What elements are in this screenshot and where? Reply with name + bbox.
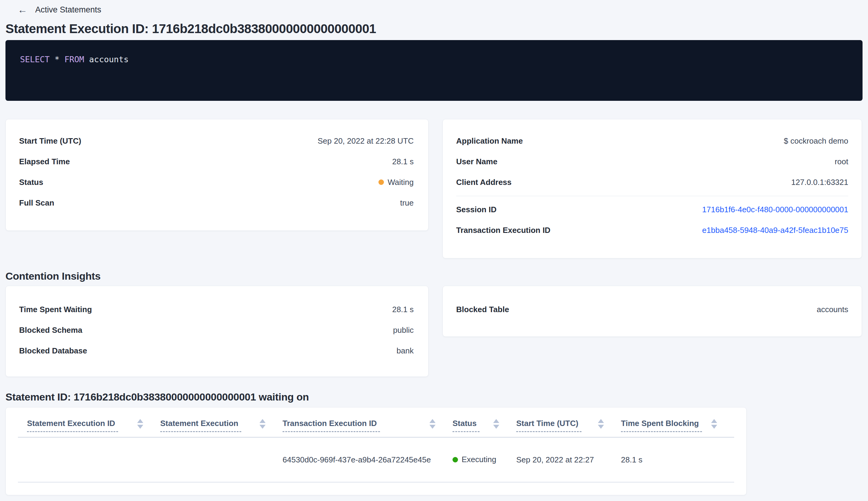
blocked-database-label: Blocked Database (19, 346, 87, 355)
cell-transaction-execution-id: 64530d0c-969f-437e-a9b4-26a72245e45e (283, 455, 453, 465)
sql-identifier: accounts (84, 55, 128, 64)
column-header-time-spent-blocking[interactable]: Time Spent Blocking (621, 418, 734, 432)
elapsed-time-value: 28.1 s (392, 157, 414, 167)
column-header-transaction-execution-id[interactable]: Transaction Execution ID (283, 418, 453, 432)
application-name-row: Application Name $ cockroach demo (456, 130, 848, 151)
contention-insights-heading: Contention Insights (6, 270, 862, 282)
user-name-value: root (835, 157, 848, 167)
contention-cards-row: Time Spent Waiting 28.1 s Blocked Schema… (6, 286, 862, 377)
column-header-statement-execution-id[interactable]: Statement Execution ID (27, 418, 160, 432)
transaction-execution-id-label: Transaction Execution ID (456, 226, 551, 235)
column-header-label: Start Time (UTC) (516, 418, 582, 432)
session-id-link[interactable]: 1716b1f6-4e0c-f480-0000-000000000001 (702, 205, 848, 214)
sort-down-icon (598, 425, 604, 429)
client-address-row: Client Address 127.0.0.1:63321 (456, 172, 848, 192)
waiting-on-heading: Statement ID: 1716b218dc0b38380000000000… (6, 391, 862, 403)
sql-star: * (50, 55, 65, 64)
time-spent-waiting-label: Time Spent Waiting (19, 305, 92, 314)
back-arrow-icon: ← (18, 4, 27, 15)
blocked-table-card: Blocked Table accounts (443, 286, 862, 337)
column-header-label: Transaction Execution ID (283, 418, 380, 432)
executing-status-text: Executing (462, 455, 496, 464)
sort-carets-icon (711, 419, 717, 429)
waiting-table-header: Statement Execution ID Statement Executi… (6, 407, 746, 432)
status-value: Waiting (378, 178, 414, 187)
sort-carets-icon (137, 419, 143, 429)
sort-up-icon (711, 419, 717, 423)
executing-status: Executing (453, 455, 496, 464)
waiting-status-dot (378, 180, 384, 185)
column-header-label: Time Spent Blocking (621, 418, 702, 432)
column-header-status[interactable]: Status (453, 418, 516, 432)
elapsed-time-row: Elapsed Time 28.1 s (19, 151, 414, 172)
application-name-label: Application Name (456, 136, 523, 146)
session-id-label: Session ID (456, 205, 497, 214)
blocked-database-row: Blocked Database bank (19, 340, 414, 361)
blocked-table-value: accounts (817, 305, 848, 314)
sort-carets-icon (260, 419, 265, 429)
application-name-value: $ cockroach demo (784, 136, 848, 146)
sort-down-icon (711, 425, 717, 429)
transaction-execution-id-row: Transaction Execution ID e1bba458-5948-4… (456, 220, 848, 241)
contention-details-card: Time Spent Waiting 28.1 s Blocked Schema… (6, 286, 428, 377)
column-header-label: Status (453, 418, 479, 432)
time-spent-waiting-value: 28.1 s (392, 305, 414, 314)
blocked-table-label: Blocked Table (456, 305, 509, 314)
page-title: Statement Execution ID: 1716b218dc0b3838… (6, 21, 862, 36)
full-scan-row: Full Scan true (19, 192, 414, 213)
user-name-label: User Name (456, 157, 497, 167)
column-header-label: Statement Execution ID (27, 418, 118, 432)
sort-carets-icon (493, 419, 499, 429)
session-details-card: Application Name $ cockroach demo User N… (443, 119, 862, 258)
transaction-execution-id-link[interactable]: e1bba458-5948-40a9-a42f-5feac1b10e75 (702, 226, 848, 235)
sort-carets-icon (430, 419, 435, 429)
breadcrumb[interactable]: ← Active Statements (6, 0, 862, 15)
sort-up-icon (260, 419, 265, 423)
sort-down-icon (260, 425, 265, 429)
start-time-label: Start Time (UTC) (19, 136, 82, 146)
session-id-row: Session ID 1716b1f6-4e0c-f480-0000-00000… (456, 199, 848, 220)
client-address-value: 127.0.0.1:63321 (791, 178, 848, 187)
sort-up-icon (598, 419, 604, 423)
sort-up-icon (430, 419, 435, 423)
start-time-row: Start Time (UTC) Sep 20, 2022 at 22:28 U… (19, 130, 414, 151)
statement-execution-page: ← Active Statements Statement Execution … (0, 0, 868, 495)
sort-down-icon (137, 425, 143, 429)
column-header-statement-execution[interactable]: Statement Execution (160, 418, 283, 432)
time-spent-waiting-row: Time Spent Waiting 28.1 s (19, 299, 414, 320)
status-row: Status Waiting (19, 172, 414, 192)
execution-details-card: Start Time (UTC) Sep 20, 2022 at 22:28 U… (6, 119, 428, 231)
sort-carets-icon (598, 419, 604, 429)
column-header-start-time[interactable]: Start Time (UTC) (516, 418, 621, 432)
blocked-schema-value: public (393, 326, 414, 335)
sql-keyword-select: SELECT (20, 55, 50, 64)
sort-up-icon (493, 419, 499, 423)
summary-cards-row: Start Time (UTC) Sep 20, 2022 at 22:28 U… (6, 119, 862, 258)
sort-down-icon (430, 425, 435, 429)
cell-start-time: Sep 20, 2022 at 22:27 (516, 455, 621, 465)
column-header-label: Statement Execution (160, 418, 241, 432)
session-card-divider (456, 196, 848, 196)
full-scan-value: true (400, 198, 414, 208)
status-text: Waiting (388, 178, 414, 187)
sort-down-icon (493, 425, 499, 429)
blocked-table-row: Blocked Table accounts (456, 299, 848, 320)
client-address-label: Client Address (456, 178, 512, 187)
sort-up-icon (137, 419, 143, 423)
elapsed-time-label: Elapsed Time (19, 157, 70, 167)
blocked-schema-row: Blocked Schema public (19, 320, 414, 340)
waiting-statements-table-card: Statement Execution ID Statement Executi… (6, 407, 747, 495)
sql-keyword-from: FROM (64, 55, 84, 64)
cell-status: Executing (453, 455, 516, 465)
start-time-value: Sep 20, 2022 at 22:28 UTC (317, 136, 414, 146)
table-row: 64530d0c-969f-437e-a9b4-26a72245e45e Exe… (6, 438, 746, 482)
executing-status-dot (453, 457, 458, 462)
blocked-database-value: bank (397, 346, 414, 355)
breadcrumb-label: Active Statements (35, 4, 101, 15)
status-label: Status (19, 178, 43, 187)
sql-statement-box: SELECT * FROM accounts (6, 40, 862, 101)
full-scan-label: Full Scan (19, 198, 54, 208)
user-name-row: User Name root (456, 151, 848, 172)
table-row-divider (18, 482, 734, 482)
cell-time-spent-blocking: 28.1 s (621, 455, 734, 465)
